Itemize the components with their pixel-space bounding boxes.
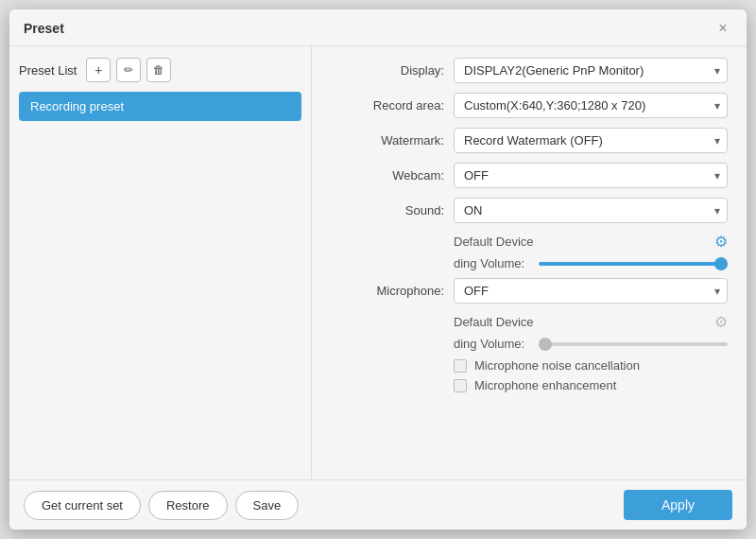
microphone-select-wrap: OFF ▾ <box>454 278 728 304</box>
display-select-wrap: DISPLAY2(Generic PnP Monitor) ▾ <box>454 58 728 83</box>
main-panel: Display: DISPLAY2(Generic PnP Monitor) ▾… <box>312 46 747 479</box>
record-area-label: Record area: <box>331 98 444 113</box>
preset-list-row: Preset List + ✏ 🗑 <box>19 56 301 84</box>
apply-button[interactable]: Apply <box>624 490 732 520</box>
watermark-select[interactable]: Record Watermark (OFF) <box>454 128 728 153</box>
mic-volume-row: ding Volume: <box>331 337 728 351</box>
webcam-select-wrap: OFF ▾ <box>454 163 728 188</box>
delete-preset-button[interactable]: 🗑 <box>146 58 171 82</box>
preset-dialog: Preset × Preset List + ✏ 🗑 Recording pre… <box>9 9 747 530</box>
mic-settings-icon[interactable]: ⚙ <box>714 313 728 331</box>
microphone-label: Microphone: <box>331 284 444 298</box>
sound-volume-row: ding Volume: <box>331 256 728 270</box>
microphone-select[interactable]: OFF <box>454 278 728 304</box>
watermark-label: Watermark: <box>331 133 444 148</box>
mic-default-device-row: Default Device ⚙ <box>331 313 728 331</box>
mic-default-device-label: Default Device <box>454 315 534 329</box>
content-area: Preset List + ✏ 🗑 Recording preset Displ… <box>9 46 747 479</box>
add-preset-button[interactable]: + <box>86 58 111 82</box>
record-area-select-wrap: Custom(X:640,Y:360;1280 x 720) ▾ <box>454 93 728 118</box>
sound-default-device-label: Default Device <box>454 235 534 249</box>
noise-cancellation-row: Microphone noise cancellation <box>331 358 728 373</box>
sound-volume-slider[interactable] <box>539 262 728 266</box>
sound-select-wrap: ON ▾ <box>454 198 728 223</box>
noise-cancellation-checkbox[interactable] <box>454 359 467 373</box>
record-area-row: Record area: Custom(X:640,Y:360;1280 x 7… <box>331 93 728 118</box>
dialog-title: Preset <box>24 21 64 36</box>
display-select[interactable]: DISPLAY2(Generic PnP Monitor) <box>454 58 728 83</box>
sound-default-device-row: Default Device ⚙ <box>331 233 728 251</box>
webcam-select[interactable]: OFF <box>454 163 728 188</box>
mic-enhancement-checkbox[interactable] <box>454 379 467 392</box>
sidebar: Preset List + ✏ 🗑 Recording preset <box>9 46 312 479</box>
webcam-row: Webcam: OFF ▾ <box>331 163 728 188</box>
restore-button[interactable]: Restore <box>148 491 228 520</box>
sound-settings-icon[interactable]: ⚙ <box>714 233 728 251</box>
mic-volume-slider-wrap <box>539 342 728 346</box>
sound-select[interactable]: ON <box>454 198 728 223</box>
microphone-row: Microphone: OFF ▾ <box>331 278 728 304</box>
preset-list-label: Preset List <box>19 63 77 78</box>
sound-row: Sound: ON ▾ <box>331 198 728 223</box>
sound-volume-slider-wrap <box>539 262 728 266</box>
mic-enhancement-label: Microphone enhancement <box>474 378 616 392</box>
display-row: Display: DISPLAY2(Generic PnP Monitor) ▾ <box>331 58 728 83</box>
watermark-row: Watermark: Record Watermark (OFF) ▾ <box>331 128 728 153</box>
close-button[interactable]: × <box>713 19 732 38</box>
preset-item-recording[interactable]: Recording preset <box>19 92 301 121</box>
footer: Get current set Restore Save Apply <box>9 479 747 530</box>
watermark-select-wrap: Record Watermark (OFF) ▾ <box>454 128 728 153</box>
save-button[interactable]: Save <box>235 491 300 520</box>
webcam-label: Webcam: <box>331 168 444 183</box>
record-area-select[interactable]: Custom(X:640,Y:360;1280 x 720) <box>454 93 728 118</box>
mic-volume-slider[interactable] <box>539 342 728 346</box>
mic-volume-label: ding Volume: <box>454 337 529 351</box>
sound-label: Sound: <box>331 203 444 217</box>
edit-preset-button[interactable]: ✏ <box>116 58 141 82</box>
display-label: Display: <box>331 63 444 78</box>
sound-volume-label: ding Volume: <box>454 256 529 270</box>
mic-enhancement-row: Microphone enhancement <box>331 378 728 392</box>
get-current-set-button[interactable]: Get current set <box>24 491 141 520</box>
noise-cancellation-label: Microphone noise cancellation <box>474 358 640 373</box>
title-bar: Preset × <box>9 9 747 46</box>
